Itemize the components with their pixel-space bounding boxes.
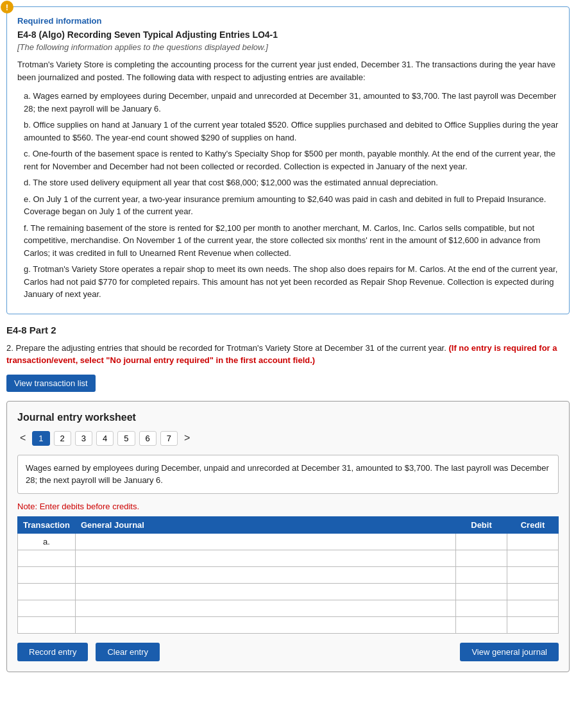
table-row (18, 550, 559, 566)
debit-input-5[interactable] (459, 604, 504, 613)
question-text: 2. Prepare the adjusting entries that sh… (6, 342, 570, 367)
clear-entry-button[interactable]: Clear entry (96, 643, 160, 661)
header-debit: Debit (456, 516, 507, 533)
worksheet-box: Journal entry worksheet < 1 2 3 4 5 6 7 … (6, 401, 570, 672)
general-journal-input-5[interactable] (78, 604, 453, 613)
general-journal-input-1[interactable] (78, 537, 453, 546)
view-general-journal-button[interactable]: View general journal (460, 643, 559, 661)
general-journal-cell-3[interactable] (75, 566, 455, 583)
general-journal-cell-6[interactable] (75, 616, 455, 633)
credit-cell-6[interactable] (507, 616, 559, 633)
pagination: < 1 2 3 4 5 6 7 > (17, 431, 559, 446)
action-buttons: Record entry Clear entry View general jo… (17, 643, 559, 661)
general-journal-cell-4[interactable] (75, 583, 455, 600)
problem-title: E4-8 (Algo) Recording Seven Typical Adju… (17, 30, 559, 40)
record-entry-button[interactable]: Record entry (17, 643, 88, 661)
list-items: a. Wages earned by employees during Dece… (17, 90, 559, 301)
general-journal-cell-5[interactable] (75, 600, 455, 616)
worksheet-title: Journal entry worksheet (17, 412, 559, 423)
credit-input-6[interactable] (510, 620, 555, 630)
note-text: Note: Enter debits before credits. (17, 502, 559, 511)
debit-cell-6[interactable] (456, 616, 507, 633)
debit-cell-2[interactable] (456, 550, 507, 566)
next-page-button[interactable]: > (182, 431, 192, 445)
table-row: a. (18, 533, 559, 550)
debit-input-2[interactable] (459, 554, 504, 563)
page-4-button[interactable]: 4 (96, 431, 114, 446)
page-5-button[interactable]: 5 (117, 431, 135, 446)
credit-cell-1[interactable] (507, 533, 559, 550)
scenario-box: Wages earned by employees during Decembe… (17, 455, 559, 494)
page-7-button[interactable]: 7 (160, 431, 178, 446)
part-heading: E4-8 Part 2 (6, 325, 570, 335)
info-box: ! Required information E4-8 (Algo) Recor… (6, 6, 570, 314)
general-journal-cell-2[interactable] (75, 550, 455, 566)
list-item-e: e. On July 1 of the current year, a two-… (24, 193, 559, 218)
required-label: Required information (17, 16, 559, 26)
credit-input-4[interactable] (510, 587, 555, 597)
credit-input-2[interactable] (510, 554, 555, 563)
header-transaction: Transaction (18, 516, 76, 533)
intro-text: Trotman's Variety Store is completing th… (17, 58, 559, 83)
credit-cell-5[interactable] (507, 600, 559, 616)
list-item-d: d. The store used delivery equipment all… (24, 176, 559, 189)
general-journal-input-2[interactable] (78, 554, 453, 563)
header-general-journal: General Journal (75, 516, 455, 533)
page-6-button[interactable]: 6 (139, 431, 157, 446)
alert-icon: ! (1, 1, 13, 13)
debit-cell-3[interactable] (456, 566, 507, 583)
transaction-cell-4 (18, 583, 76, 600)
view-transaction-list-button[interactable]: View transaction list (6, 375, 96, 392)
list-item-a: a. Wages earned by employees during Dece… (24, 90, 559, 115)
debit-cell-4[interactable] (456, 583, 507, 600)
list-item-g: g. Trotman's Variety Store operates a re… (24, 263, 559, 301)
table-row (18, 616, 559, 633)
credit-cell-4[interactable] (507, 583, 559, 600)
debit-cell-1[interactable] (456, 533, 507, 550)
prev-page-button[interactable]: < (17, 431, 28, 445)
general-journal-input-6[interactable] (78, 620, 453, 630)
journal-table: Transaction General Journal Debit Credit… (17, 516, 559, 634)
list-item-f: f. The remaining basement of the store i… (24, 222, 559, 260)
list-item-b: b. Office supplies on hand at January 1 … (24, 119, 559, 144)
credit-input-5[interactable] (510, 604, 555, 613)
table-row (18, 583, 559, 600)
debit-input-3[interactable] (459, 570, 504, 580)
question-body: Prepare the adjusting entries that shoul… (15, 343, 448, 353)
table-row (18, 600, 559, 616)
credit-cell-2[interactable] (507, 550, 559, 566)
general-journal-input-4[interactable] (78, 587, 453, 597)
header-credit: Credit (507, 516, 559, 533)
page-2-button[interactable]: 2 (54, 431, 71, 446)
transaction-cell-1: a. (18, 533, 76, 550)
page-1-button[interactable]: 1 (32, 431, 49, 446)
debit-cell-5[interactable] (456, 600, 507, 616)
general-journal-cell-1[interactable] (75, 533, 455, 550)
general-journal-input-3[interactable] (78, 570, 453, 580)
question-number: 2. (6, 343, 13, 353)
problem-subtitle: [The following information applies to th… (17, 42, 559, 52)
transaction-cell-5 (18, 600, 76, 616)
transaction-cell-6 (18, 616, 76, 633)
transaction-cell-2 (18, 550, 76, 566)
page-3-button[interactable]: 3 (75, 431, 92, 446)
list-item-c: c. One-fourth of the basement space is r… (24, 148, 559, 173)
table-row (18, 566, 559, 583)
credit-input-1[interactable] (510, 537, 555, 546)
credit-input-3[interactable] (510, 570, 555, 580)
credit-cell-3[interactable] (507, 566, 559, 583)
debit-input-6[interactable] (459, 620, 504, 630)
debit-input-1[interactable] (459, 537, 504, 546)
transaction-cell-3 (18, 566, 76, 583)
debit-input-4[interactable] (459, 587, 504, 597)
